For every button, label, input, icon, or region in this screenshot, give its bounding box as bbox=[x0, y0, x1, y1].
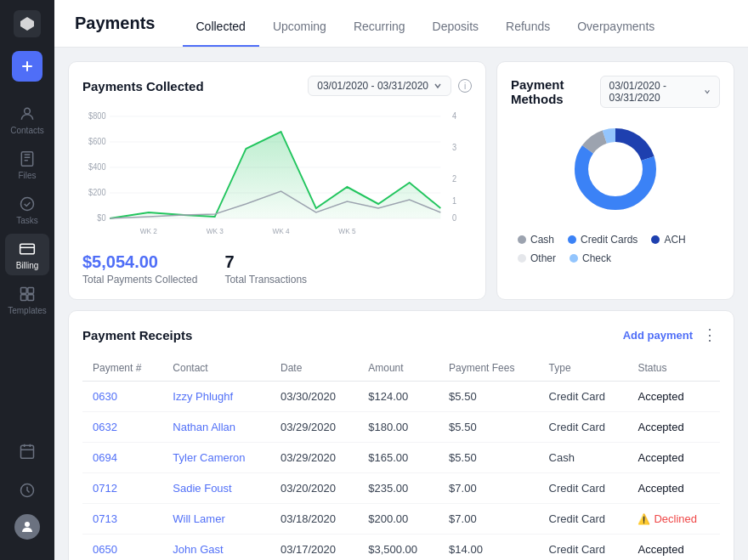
receipts-table-head: Payment # Contact Date Amount Payment Fe… bbox=[82, 355, 720, 382]
sidebar-item-clock[interactable] bbox=[5, 475, 49, 504]
cell-status: Accepted bbox=[627, 535, 720, 561]
col-type: Type bbox=[539, 355, 628, 382]
total-transactions-stat: 7 Total Transactions bbox=[224, 252, 307, 286]
cell-payment-num: 0650 bbox=[82, 535, 162, 561]
col-date: Date bbox=[270, 355, 358, 382]
cell-date: 03/30/2020 bbox=[270, 382, 358, 412]
avatar[interactable] bbox=[14, 514, 40, 540]
cell-date: 03/17/2020 bbox=[270, 535, 358, 561]
tab-upcoming[interactable]: Upcoming bbox=[259, 20, 340, 47]
tab-deposits[interactable]: Deposits bbox=[419, 20, 492, 47]
receipts-header: Payment Receipts Add payment ⋮ bbox=[82, 325, 720, 345]
cell-type: Credit Card bbox=[539, 535, 628, 561]
sidebar-item-files[interactable]: Files bbox=[5, 144, 49, 185]
sidebar-item-billing[interactable]: Billing bbox=[5, 234, 49, 275]
svg-point-10 bbox=[25, 522, 30, 527]
payment-methods-card: Payment Methods 03/01/2020 - 03/31/2020 bbox=[496, 61, 734, 300]
check-label: Check bbox=[582, 252, 611, 264]
more-options-icon[interactable]: ⋮ bbox=[700, 325, 720, 345]
warning-icon: ⚠️ bbox=[638, 513, 650, 525]
legend-credit-cards: Credit Cards bbox=[568, 234, 638, 246]
add-button[interactable] bbox=[12, 51, 42, 82]
payment-methods-header: Payment Methods 03/01/2020 - 03/31/2020 bbox=[511, 76, 720, 108]
payment-num-link[interactable]: 0712 bbox=[93, 482, 117, 495]
cell-amount: $124.00 bbox=[358, 382, 439, 412]
sidebar-item-contacts[interactable]: Contacts bbox=[5, 99, 49, 140]
payment-num-link[interactable]: 0630 bbox=[93, 390, 117, 403]
status-accepted: Accepted bbox=[638, 390, 683, 403]
cell-fees: $14.00 bbox=[439, 535, 539, 561]
contact-link[interactable]: Will Lamer bbox=[173, 512, 224, 525]
contact-link[interactable]: Sadie Foust bbox=[173, 482, 231, 495]
info-icon[interactable]: i bbox=[458, 79, 472, 93]
col-amount: Amount bbox=[358, 355, 439, 382]
cell-status: Accepted bbox=[627, 382, 720, 412]
status-declined: ⚠️Declined bbox=[638, 512, 710, 525]
payments-collected-header: Payments Collected 03/01/2020 - 03/31/20… bbox=[82, 76, 472, 96]
table-row: 0632 Nathan Allan 03/29/2020 $180.00 $5.… bbox=[82, 412, 720, 443]
cash-dot bbox=[518, 235, 526, 244]
status-accepted: Accepted bbox=[638, 421, 683, 433]
cash-label: Cash bbox=[530, 234, 554, 246]
svg-point-0 bbox=[25, 108, 31, 114]
total-amount-value: $5,054.00 bbox=[82, 252, 197, 272]
svg-point-2 bbox=[21, 198, 34, 211]
payment-num-link[interactable]: 0650 bbox=[93, 543, 117, 556]
cell-contact: Will Lamer bbox=[162, 504, 270, 535]
add-payment-button[interactable]: Add payment bbox=[623, 329, 693, 342]
payments-date-range: 03/01/2020 - 03/31/2020 bbox=[317, 80, 428, 92]
table-row: 0630 Izzy Phlughf 03/30/2020 $124.00 $5.… bbox=[82, 382, 720, 412]
cell-payment-num: 0713 bbox=[82, 504, 162, 535]
other-dot bbox=[518, 254, 526, 263]
table-row: 0713 Will Lamer 03/18/2020 $200.00 $7.00… bbox=[82, 504, 720, 535]
total-amount-label: Total Payments Collected bbox=[82, 274, 197, 286]
cell-fees: $5.50 bbox=[439, 412, 539, 443]
status-accepted: Accepted bbox=[638, 482, 683, 495]
svg-text:4: 4 bbox=[452, 111, 457, 121]
ach-label: ACH bbox=[664, 234, 685, 246]
sidebar-item-tasks[interactable]: Tasks bbox=[5, 189, 49, 230]
methods-date-picker[interactable]: 03/01/2020 - 03/31/2020 bbox=[600, 76, 721, 108]
cell-payment-num: 0632 bbox=[82, 412, 162, 443]
tab-overpayments[interactable]: Overpayments bbox=[564, 20, 668, 47]
cell-amount: $200.00 bbox=[358, 504, 439, 535]
svg-point-36 bbox=[592, 145, 639, 193]
tab-refunds[interactable]: Refunds bbox=[492, 20, 564, 47]
payment-methods-title: Payment Methods bbox=[511, 77, 600, 106]
cell-contact: Nathan Allan bbox=[162, 412, 270, 443]
main-content: Payments Collected Upcoming Recurring De… bbox=[54, 0, 748, 560]
payment-num-link[interactable]: 0713 bbox=[93, 512, 117, 525]
contact-link[interactable]: Tyler Cameron bbox=[173, 451, 245, 464]
sidebar-item-calendar[interactable] bbox=[5, 436, 49, 465]
tab-collected[interactable]: Collected bbox=[183, 20, 259, 47]
svg-text:$200: $200 bbox=[88, 188, 105, 197]
svg-text:3: 3 bbox=[452, 143, 456, 152]
contact-link[interactable]: John Gast bbox=[173, 543, 223, 556]
svg-rect-6 bbox=[21, 295, 27, 301]
svg-text:$600: $600 bbox=[88, 137, 105, 146]
sidebar-item-templates[interactable]: Templates bbox=[5, 279, 49, 320]
sidebar-item-billing-label: Billing bbox=[16, 261, 39, 270]
contact-link[interactable]: Izzy Phlughf bbox=[173, 390, 233, 403]
svg-rect-7 bbox=[28, 295, 34, 301]
tasks-icon bbox=[19, 195, 36, 212]
tab-recurring[interactable]: Recurring bbox=[340, 20, 419, 47]
payment-receipts-card: Payment Receipts Add payment ⋮ Payment #… bbox=[68, 310, 734, 560]
cell-status: Accepted bbox=[627, 443, 720, 473]
payments-chart: $800 $600 $400 $200 $0 4 3 bbox=[82, 106, 472, 242]
svg-rect-8 bbox=[21, 445, 34, 458]
contact-link[interactable]: Nathan Allan bbox=[173, 421, 235, 433]
ach-dot bbox=[651, 235, 660, 244]
cards-row: Payments Collected 03/01/2020 - 03/31/20… bbox=[68, 61, 734, 300]
cell-date: 03/20/2020 bbox=[270, 473, 358, 504]
payment-num-link[interactable]: 0694 bbox=[93, 451, 117, 464]
cell-type: Credit Card bbox=[539, 382, 628, 412]
app-logo bbox=[14, 10, 41, 37]
payment-methods-legend: Cash Credit Cards ACH Other bbox=[511, 234, 720, 264]
payments-date-picker[interactable]: 03/01/2020 - 03/31/2020 bbox=[308, 76, 451, 96]
cell-amount: $165.00 bbox=[358, 443, 439, 473]
payment-num-link[interactable]: 0632 bbox=[93, 421, 117, 433]
sidebar-item-files-label: Files bbox=[18, 171, 36, 180]
clock-icon bbox=[19, 482, 36, 499]
tabs-nav: Collected Upcoming Recurring Deposits Re… bbox=[183, 0, 669, 47]
